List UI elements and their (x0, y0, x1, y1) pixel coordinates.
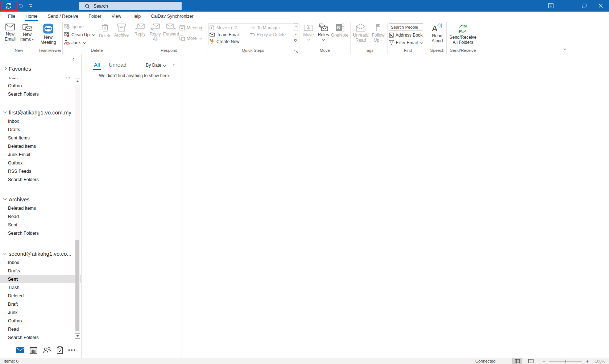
quick-step-create-new[interactable]: Create New (210, 39, 249, 44)
tab-send-receive[interactable]: Send / Receive (43, 12, 84, 22)
archives-header[interactable]: Archives (0, 194, 81, 204)
folder-first-junk-email[interactable]: Junk Email (0, 150, 81, 159)
junk-button[interactable]: Junk (64, 39, 97, 46)
folder-second-deleted[interactable]: Deleted (0, 292, 81, 300)
tab-home[interactable]: Home (20, 12, 42, 22)
collapse-ribbon-button[interactable] (563, 46, 566, 52)
folder-second-drafts[interactable]: Drafts (0, 267, 81, 275)
folder-fav-clipped[interactable]: Junk 12 (0, 75, 81, 79)
new-items-button[interactable]: New Items (18, 22, 36, 42)
global-search-box[interactable] (79, 2, 182, 10)
folder-pane-scrollbar[interactable] (75, 79, 80, 339)
tab-file[interactable]: File (3, 12, 20, 22)
close-button[interactable] (592, 0, 609, 12)
zoom-out-button[interactable]: − (543, 359, 546, 364)
filter-tab-all[interactable]: All (93, 62, 101, 70)
ribbon-display-options-button[interactable] (542, 0, 559, 12)
zoom-slider-thumb[interactable] (566, 360, 566, 363)
folder-first-outbox[interactable]: Outbox (0, 159, 81, 167)
filter-tab-unread[interactable]: Unread (109, 62, 127, 68)
minimize-folder-pane-button[interactable] (73, 57, 75, 62)
search-input[interactable] (94, 4, 166, 9)
forward-button[interactable]: Forward (163, 22, 179, 37)
clean-up-button[interactable]: Clean Up (64, 32, 97, 38)
new-email-button[interactable]: New Email (2, 22, 18, 42)
rules-button[interactable]: Rules (316, 22, 330, 40)
search-people-input[interactable] (389, 24, 423, 30)
more-respond-button[interactable]: More (179, 35, 206, 41)
quick-step-to-manager[interactable]: To Manager (249, 25, 292, 30)
delete-button[interactable]: Delete (97, 22, 113, 38)
folder-first-search-folders[interactable]: Search Folders (0, 175, 81, 184)
new-meeting-button[interactable]: New Meeting (38, 22, 58, 45)
follow-up-button[interactable]: Follow Up (370, 22, 386, 43)
archive-button[interactable]: Archive (113, 22, 130, 38)
unread-read-button[interactable]: Unread/ Read (352, 22, 370, 43)
scrollbar-thumb[interactable] (75, 240, 79, 331)
folder-archives-search-folders[interactable]: Search Folders (0, 229, 81, 237)
favorites-header[interactable]: Favorites (0, 64, 81, 73)
reply-all-button[interactable]: Reply All (148, 22, 163, 42)
folder-second-trash[interactable]: Trash (0, 283, 81, 292)
folder-fav-outbox[interactable]: Outbox (0, 81, 81, 90)
read-aloud-button[interactable]: A Read Aloud (429, 22, 445, 43)
folder-second-read[interactable]: Read (0, 325, 81, 333)
folder-second-draft[interactable]: Draft (0, 300, 81, 308)
more-nav-button[interactable] (68, 349, 75, 351)
folder-second-junk[interactable]: Junk (0, 308, 81, 317)
quick-step-reply-delete[interactable]: Reply & Delete (249, 32, 292, 37)
scroll-down-button[interactable] (75, 333, 80, 339)
quick-step-move-to[interactable]: Move to: ? (210, 25, 249, 30)
gallery-scroll-down-button[interactable] (293, 30, 298, 37)
folder-second-inbox[interactable]: Inbox (0, 258, 81, 267)
folder-second-sent[interactable]: Sent (0, 275, 81, 283)
mail-nav-button[interactable] (16, 347, 25, 353)
gallery-more-button[interactable] (293, 37, 298, 44)
sort-direction-button[interactable]: ↑ (173, 62, 175, 68)
account2-header[interactable]: second@atikahg1.vo.co... (0, 249, 81, 258)
customize-qat-button[interactable] (29, 4, 33, 8)
tasks-nav-button[interactable] (57, 346, 63, 354)
tab-help[interactable]: Help (127, 12, 146, 22)
zoom-slider[interactable] (549, 361, 582, 361)
move-button[interactable]: Move (301, 22, 316, 40)
reply-button[interactable]: Reply (132, 22, 148, 37)
folder-fav-search-folders[interactable]: Search Folders (0, 90, 81, 98)
sort-by-date-button[interactable]: By Date (146, 63, 165, 68)
filter-email-button[interactable]: Filter Email (389, 39, 427, 46)
undo-button[interactable] (18, 3, 23, 8)
reading-view-button[interactable] (526, 358, 536, 364)
tab-folder[interactable]: Folder (83, 12, 106, 22)
tab-view[interactable]: View (107, 12, 127, 22)
folder-archives-sent[interactable]: Sent (0, 221, 81, 229)
folder-first-deleted-items[interactable]: Deleted Items (0, 142, 81, 150)
folder-first-rss-feeds[interactable]: RSS Feeds (0, 167, 81, 175)
address-book-button[interactable]: Address Book (389, 32, 427, 38)
normal-view-button[interactable] (512, 358, 522, 364)
folder-first-inbox[interactable]: Inbox (0, 117, 81, 125)
people-nav-button[interactable] (43, 347, 51, 353)
ignore-button[interactable]: Ignore (64, 24, 97, 30)
scroll-up-button[interactable] (75, 79, 80, 84)
folder-first-drafts[interactable]: Drafts (0, 125, 81, 134)
tab-caldav-synchronizer[interactable]: CalDav Synchronizer (146, 12, 198, 22)
zoom-level[interactable]: 100% (593, 359, 605, 363)
minimize-button[interactable] (559, 0, 576, 12)
account1-header[interactable]: first@atikahg1.vo.com.my (0, 108, 81, 117)
group-label-delete: Delete (64, 48, 130, 54)
folder-second-search-folders[interactable]: Search Folders (0, 333, 81, 342)
send-receive-qat-button[interactable] (5, 2, 12, 9)
restore-button[interactable] (576, 0, 592, 12)
folder-first-sent-items[interactable]: Sent Items (0, 134, 81, 142)
quick-step-team-email[interactable]: Team Email (210, 32, 249, 37)
meeting-button[interactable]: Meeting (179, 25, 206, 31)
folder-archives-read[interactable]: Read (0, 212, 81, 221)
calendar-nav-button[interactable] (30, 347, 37, 354)
onenote-button[interactable]: N OneNote (330, 22, 349, 38)
folder-second-outbox[interactable]: Outbox (0, 317, 81, 325)
zoom-in-button[interactable]: + (586, 359, 589, 364)
gallery-scroll-up-button[interactable] (293, 23, 298, 30)
send-receive-all-folders-button[interactable]: Send/Receive All Folders (448, 22, 478, 45)
quick-steps-dialog-launcher[interactable] (294, 50, 298, 53)
folder-archives-deleted-items[interactable]: Deleted Items (0, 204, 81, 212)
